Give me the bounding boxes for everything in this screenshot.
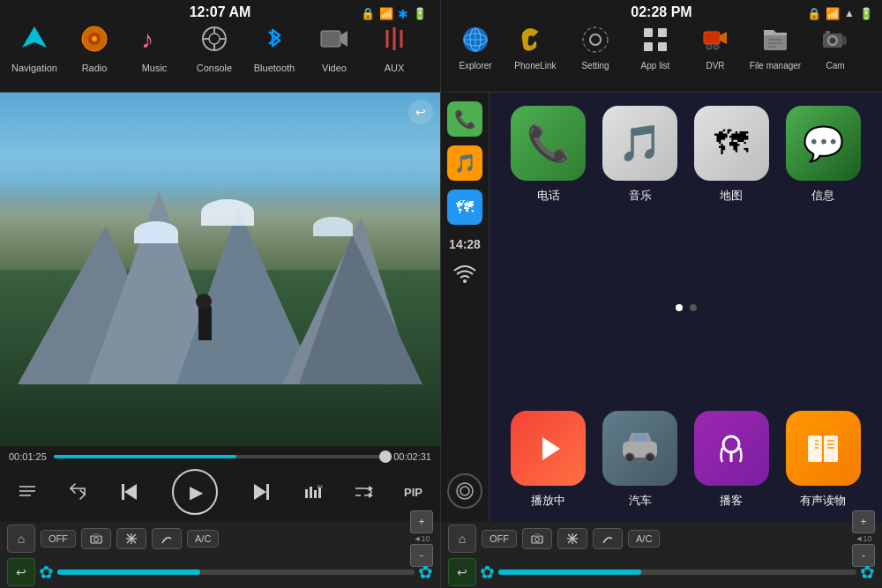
video-app-label: 播放中	[531, 493, 565, 509]
back-button[interactable]: ↩	[408, 100, 433, 124]
back-home-button-left[interactable]: ↩	[7, 558, 35, 586]
left-status-icons: 🔒 📶 ✱ 🔋	[361, 7, 427, 21]
ac-mode-button-left[interactable]	[116, 528, 146, 549]
console-icon	[194, 19, 235, 59]
sidebar-item-explorer[interactable]: Explorer	[445, 18, 505, 75]
wiper-button-left[interactable]	[152, 528, 182, 549]
signal-icon-right: ▲	[844, 7, 855, 20]
bottom-bar-right: ⌂ OFF A/C + ◄10 -	[441, 522, 882, 588]
back-home-button-right[interactable]: ↩	[448, 558, 476, 586]
left-panel: Navigation Radio ♪	[0, 0, 441, 588]
page-dot-1[interactable]	[676, 304, 683, 311]
eq-button[interactable]: EQ	[303, 482, 323, 502]
sidebar-item-cam[interactable]: Cam	[805, 18, 865, 75]
cam-label: Cam	[826, 61, 844, 71]
pip-button[interactable]: PIP	[404, 486, 422, 499]
app-row-2: 播放中 汽车	[503, 411, 869, 509]
app-item-maps[interactable]: 🗺 地图	[694, 106, 769, 204]
svg-marker-0	[22, 26, 47, 48]
navigation-icon	[14, 19, 55, 59]
progress-thumb[interactable]	[379, 450, 392, 463]
app-item-messages[interactable]: 💬 信息	[786, 106, 861, 204]
total-time: 00:02:31	[393, 451, 431, 462]
off-button-right[interactable]: OFF	[482, 530, 517, 547]
repeat-button[interactable]	[68, 482, 87, 502]
svg-marker-21	[254, 484, 266, 500]
books-app-label: 有声读物	[800, 493, 846, 509]
svg-rect-51	[704, 32, 720, 44]
page-dot-2[interactable]	[690, 304, 697, 311]
ac-label-button-right[interactable]: A/C	[628, 530, 660, 547]
car-app-icon	[602, 411, 677, 486]
radio-label: Radio	[82, 63, 108, 73]
applist-icon	[638, 22, 673, 57]
car-ac-button-left[interactable]	[81, 528, 111, 549]
app-item-books[interactable]: 有声读物	[786, 411, 861, 509]
next-button[interactable]	[250, 480, 273, 503]
vol-label-left: ◄10	[410, 534, 433, 543]
progress-bar[interactable]	[54, 455, 386, 458]
app-item-music[interactable]: 🎵 音乐	[602, 106, 677, 204]
sidebar-item-video[interactable]: Video	[304, 14, 364, 78]
top-bar-left: Navigation Radio ♪	[0, 0, 440, 93]
sidebar-item-console[interactable]: Console	[184, 14, 244, 78]
prev-button[interactable]	[118, 480, 141, 503]
phone-quick-button[interactable]: 📞	[447, 101, 482, 137]
svg-rect-62	[826, 31, 830, 33]
progress-fill	[54, 455, 237, 458]
app-item-podcast[interactable]: 播客	[694, 411, 769, 509]
sidebar-item-setting[interactable]: Setting	[565, 18, 625, 75]
sidebar-item-phonelink[interactable]: PhoneLink	[505, 18, 565, 75]
vol-plus-left[interactable]: +	[410, 510, 433, 533]
current-time: 00:01:25	[9, 451, 47, 462]
music-icon: ♪	[134, 19, 175, 59]
maps-quick-button[interactable]: 🗺	[447, 190, 482, 225]
music-quick-button[interactable]: 🎵	[447, 145, 482, 181]
video-label: Video	[322, 63, 347, 73]
fan-icon-left-right: ✿	[480, 562, 495, 583]
ac-label-button-left[interactable]: A/C	[187, 530, 219, 547]
app-item-car[interactable]: 汽车	[602, 411, 677, 509]
svg-rect-49	[644, 42, 653, 51]
app-item-phone[interactable]: 📞 电话	[511, 106, 586, 204]
sidebar-item-bluetooth[interactable]: Bluetooth	[244, 14, 304, 78]
right-main: 📞 🎵 🗺 14:28	[441, 93, 882, 522]
off-button-left[interactable]: OFF	[41, 530, 76, 547]
svg-point-72	[723, 436, 739, 452]
right-time-display: 02:28 PM	[631, 4, 691, 20]
explorer-icon	[458, 22, 493, 57]
fan-icon-right-right: ✿	[860, 562, 875, 583]
shuffle-button[interactable]	[354, 482, 373, 502]
temp-slider-left[interactable]	[57, 569, 415, 575]
sidebar-item-radio[interactable]: Radio	[64, 14, 124, 78]
ac-mode-button-right[interactable]	[557, 528, 587, 549]
temp-slider-right[interactable]	[498, 569, 856, 575]
playlist-button[interactable]	[18, 482, 37, 502]
svg-point-63	[463, 279, 467, 283]
podcast-app-label: 播客	[720, 493, 743, 509]
app-item-video[interactable]: 播放中	[511, 411, 586, 509]
dvr-icon	[698, 22, 733, 57]
vol-plus-right[interactable]: +	[852, 510, 875, 533]
sidebar-item-filemanager[interactable]: File manager	[745, 18, 805, 75]
video-icon	[314, 19, 355, 59]
home-button-right-bottom[interactable]: ⌂	[448, 525, 476, 553]
play-pause-button[interactable]: ▶	[172, 469, 218, 515]
svg-rect-74	[808, 435, 822, 462]
svg-rect-75	[824, 435, 838, 462]
sidebar-item-aux[interactable]: AUX	[364, 14, 424, 78]
bluetooth-status-icon: ✱	[398, 7, 408, 21]
home-button-left[interactable]: ⌂	[7, 525, 35, 553]
sidebar-item-dvr[interactable]: DVR	[685, 18, 745, 75]
car-ac-button-right[interactable]	[522, 528, 552, 549]
home-button-right[interactable]	[447, 473, 482, 509]
bluetooth-icon	[254, 19, 295, 59]
sidebar-item-applist[interactable]: App list	[625, 18, 685, 75]
svg-rect-35	[93, 533, 99, 536]
wiper-button-right[interactable]	[593, 528, 623, 549]
sidebar-item-navigation[interactable]: Navigation	[4, 14, 64, 78]
sidebar-item-music[interactable]: ♪ Music	[124, 14, 184, 78]
bottom-row2-right: ↩ ✿ ✿	[441, 555, 882, 588]
svg-point-54	[714, 44, 719, 49]
aux-label: AUX	[385, 63, 405, 73]
